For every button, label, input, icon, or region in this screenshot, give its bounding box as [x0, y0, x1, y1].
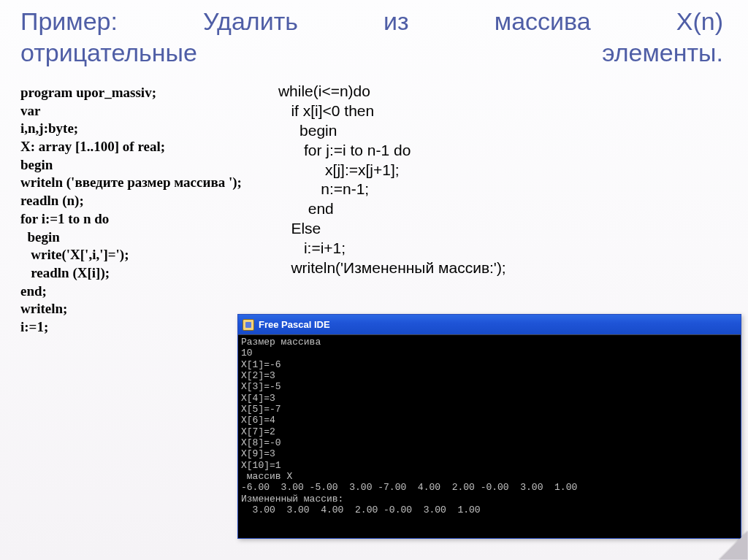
slide-title: Пример: Удалить из массива X(n) отрицате… [20, 6, 728, 68]
ide-console: Размер массива 10 X[1]=-6 X[2]=3 X[3]=-5… [238, 334, 741, 538]
ide-titlebar: Free Pascal IDE [238, 315, 741, 334]
ide-window-title: Free Pascal IDE [259, 319, 330, 330]
content-area: program upor_massiv; var i,n,j:byte; X: … [20, 84, 728, 337]
code-block-right: while(i<=n)do if x[i]<0 then begin for j… [278, 82, 506, 337]
ide-window: Free Pascal IDE Размер массива 10 X[1]=-… [237, 314, 741, 539]
code-block-left: program upor_massiv; var i,n,j:byte; X: … [20, 84, 242, 337]
page-corner-fold [719, 531, 748, 560]
console-output: Размер массива 10 X[1]=-6 X[2]=3 X[3]=-5… [241, 337, 738, 515]
pascal-icon [243, 319, 254, 331]
slide: Пример: Удалить из массива X(n) отрицате… [0, 0, 748, 560]
